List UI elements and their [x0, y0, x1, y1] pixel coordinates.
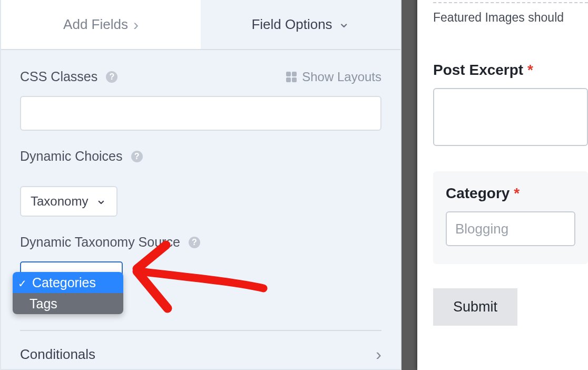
- submit-button-label: Submit: [453, 299, 497, 315]
- css-classes-input[interactable]: [20, 96, 381, 131]
- form-preview-column: Featured Images should Post Excerpt * Ca…: [401, 0, 588, 370]
- category-label: Category *: [446, 185, 575, 202]
- tabs: Add Fields Field Options: [1, 0, 400, 50]
- tab-field-options-label: Field Options: [251, 16, 332, 33]
- dynamic-taxonomy-source-text: Dynamic Taxonomy Source: [20, 235, 180, 250]
- category-field-wrap: Category *: [433, 171, 588, 264]
- dynamic-choices-select[interactable]: Taxonomy: [20, 186, 117, 217]
- css-classes-text: CSS Classes: [20, 69, 97, 84]
- grid-icon: [286, 72, 297, 82]
- category-select[interactable]: [446, 211, 575, 246]
- chevron-right-icon: [133, 16, 139, 34]
- chevron-right-icon: [376, 345, 381, 364]
- chevron-down-icon: [338, 16, 350, 33]
- tab-field-options[interactable]: Field Options: [201, 0, 400, 49]
- check-icon: [18, 275, 30, 290]
- required-asterisk: *: [527, 62, 533, 78]
- conditionals-label: Conditionals: [20, 346, 95, 363]
- dropdown-menu: Categories Tags: [13, 272, 123, 314]
- field-options-panel: Add Fields Field Options CSS Classes ? S…: [0, 0, 401, 370]
- dashed-placeholder: [433, 0, 588, 3]
- post-excerpt-label: Post Excerpt *: [433, 62, 588, 79]
- dynamic-choices-text: Dynamic Choices: [20, 149, 123, 164]
- help-icon[interactable]: ?: [106, 71, 117, 83]
- tab-add-fields-label: Add Fields: [63, 16, 128, 33]
- css-classes-label: CSS Classes ?: [20, 69, 117, 84]
- dynamic-choices-label: Dynamic Choices ?: [20, 149, 381, 164]
- help-icon[interactable]: ?: [189, 237, 200, 248]
- dropdown-option-label: Tags: [30, 296, 57, 311]
- required-asterisk: *: [514, 185, 520, 201]
- post-excerpt-label-text: Post Excerpt: [433, 62, 523, 78]
- chevron-down-icon: [95, 193, 107, 210]
- tab-add-fields[interactable]: Add Fields: [1, 0, 201, 49]
- dropdown-option-categories[interactable]: Categories: [13, 272, 123, 293]
- featured-images-helper: Featured Images should: [433, 11, 588, 25]
- dropdown-option-tags[interactable]: Tags: [13, 293, 123, 314]
- form-preview: Featured Images should Post Excerpt * Ca…: [417, 0, 588, 370]
- post-excerpt-textarea[interactable]: [433, 88, 588, 146]
- category-label-text: Category: [446, 185, 509, 201]
- dropdown-option-label: Categories: [32, 275, 96, 290]
- dynamic-taxonomy-source-select[interactable]: Categories Tags: [20, 261, 123, 288]
- submit-button[interactable]: Submit: [433, 288, 517, 326]
- help-icon[interactable]: ?: [131, 151, 143, 162]
- show-layouts-button[interactable]: Show Layouts: [286, 70, 381, 84]
- panel-body: CSS Classes ? Show Layouts Dynamic Choic…: [1, 50, 400, 364]
- dynamic-choices-value: Taxonomy: [31, 194, 88, 209]
- dynamic-taxonomy-source-label: Dynamic Taxonomy Source ?: [20, 235, 381, 250]
- conditionals-row[interactable]: Conditionals: [20, 345, 381, 364]
- divider: [20, 330, 381, 331]
- show-layouts-label: Show Layouts: [302, 70, 381, 84]
